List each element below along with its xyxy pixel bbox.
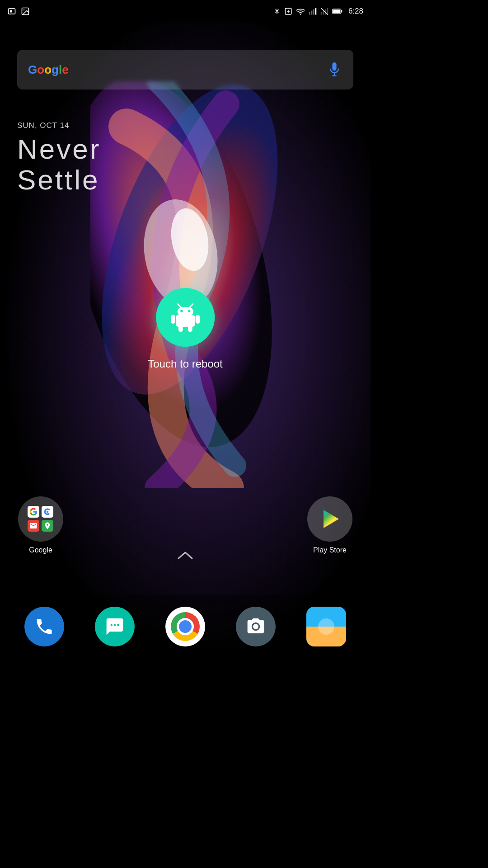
date-section: SUN, OCT 14 Never Settle (17, 121, 101, 195)
google-folder-label: Google (29, 546, 52, 554)
dock-gallery[interactable] (306, 607, 346, 646)
status-bar: 6:28 (0, 0, 371, 23)
image-icon (21, 7, 30, 16)
svg-rect-25 (176, 315, 195, 327)
google-shortcut[interactable]: Google (18, 496, 63, 554)
svg-marker-38 (324, 510, 339, 528)
search-bar[interactable]: G o o g l e (17, 50, 353, 90)
play-store-icon[interactable] (307, 496, 352, 542)
play-store-label: Play Store (313, 546, 347, 554)
reboot-overlay[interactable]: Touch to reboot (148, 288, 222, 370)
dock-phone[interactable] (24, 607, 64, 646)
svg-rect-21 (333, 9, 340, 13)
svg-rect-13 (315, 8, 316, 15)
bluetooth-icon (273, 7, 281, 15)
svg-point-37 (46, 511, 48, 513)
svg-point-28 (188, 310, 191, 312)
svg-rect-14 (321, 12, 322, 15)
svg-rect-10 (309, 12, 310, 15)
svg-point-7 (23, 9, 25, 10)
android-robot-icon (169, 302, 201, 333)
reboot-button[interactable] (156, 288, 215, 347)
svg-rect-32 (195, 315, 200, 324)
svg-rect-31 (171, 315, 175, 324)
status-right-icons: 6:28 (273, 7, 363, 16)
nfc-icon (284, 7, 292, 15)
battery-icon (332, 8, 343, 15)
svg-point-9 (300, 14, 301, 14)
google-logo: G o o g l e (28, 63, 69, 77)
app-drawer-chevron[interactable] (177, 549, 193, 563)
svg-line-29 (178, 304, 181, 307)
tagline-line2: Settle (17, 165, 101, 195)
reboot-text: Touch to reboot (148, 358, 222, 370)
dock-chrome[interactable] (165, 607, 205, 646)
signal-blocked-icon (320, 7, 328, 15)
svg-point-27 (180, 310, 183, 312)
wifi-icon (296, 8, 305, 15)
svg-point-41 (318, 618, 334, 635)
signal-icon (309, 7, 317, 15)
svg-rect-26 (177, 307, 193, 316)
svg-rect-11 (311, 11, 312, 15)
screenshot-icon (7, 7, 16, 16)
tagline: Never Settle (17, 134, 101, 195)
status-left-icons (7, 7, 30, 16)
svg-rect-33 (178, 326, 183, 332)
svg-rect-20 (341, 10, 343, 12)
svg-rect-5 (10, 10, 12, 13)
microphone-icon[interactable] (326, 61, 343, 78)
dock-messages[interactable] (95, 607, 135, 646)
dock-camera[interactable] (236, 607, 276, 646)
tagline-line1: Never (17, 134, 101, 165)
status-time: 6:28 (348, 7, 363, 16)
date-text: SUN, OCT 14 (17, 121, 101, 130)
svg-line-30 (190, 304, 193, 307)
google-folder-icon[interactable] (18, 496, 63, 542)
svg-rect-22 (332, 62, 336, 71)
svg-rect-12 (313, 9, 314, 15)
play-store-shortcut[interactable]: Play Store (307, 496, 352, 554)
svg-rect-34 (188, 326, 192, 332)
app-dock (0, 595, 371, 658)
shortcuts-row: Google Play Store (0, 496, 371, 554)
